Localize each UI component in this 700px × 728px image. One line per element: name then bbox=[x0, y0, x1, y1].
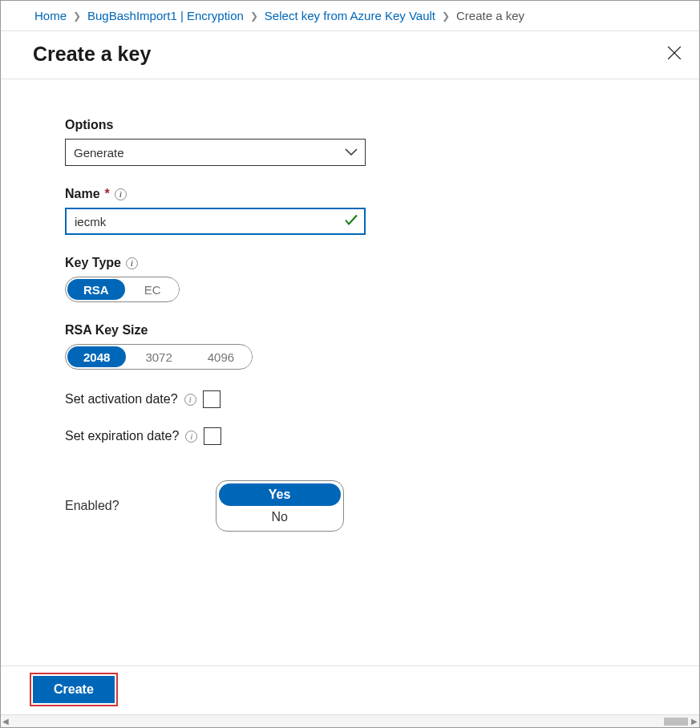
enabled-option-no[interactable]: No bbox=[219, 506, 341, 528]
keytype-option-ec[interactable]: EC bbox=[127, 279, 179, 300]
info-icon[interactable]: i bbox=[185, 431, 197, 443]
breadcrumb-select-key[interactable]: Select key from Azure Key Vault bbox=[265, 9, 435, 22]
info-icon[interactable]: i bbox=[184, 394, 196, 406]
keytype-field: Key Type i RSA EC bbox=[65, 256, 699, 302]
enabled-label: Enabled? bbox=[65, 499, 119, 513]
enabled-row: Enabled? Yes No bbox=[65, 480, 699, 532]
expiration-label: Set expiration date? bbox=[65, 429, 179, 443]
keytype-toggle: RSA EC bbox=[65, 277, 180, 302]
scroll-left-icon[interactable]: ◀ bbox=[2, 717, 9, 726]
options-label: Options bbox=[65, 118, 699, 132]
scroll-right-icon[interactable]: ▶ bbox=[691, 717, 698, 726]
chevron-right-icon: ❯ bbox=[442, 10, 450, 22]
footer: Create bbox=[1, 665, 699, 714]
info-icon[interactable]: i bbox=[115, 188, 127, 200]
breadcrumb: Home ❯ BugBashImport1 | Encryption ❯ Sel… bbox=[1, 1, 699, 31]
activation-checkbox[interactable] bbox=[203, 390, 221, 408]
checkmark-icon bbox=[345, 215, 358, 229]
keysize-toggle: 2048 3072 4096 bbox=[65, 344, 253, 370]
form-content: Options Generate Name * i Key Type i bbox=[1, 79, 699, 665]
name-input[interactable] bbox=[65, 208, 366, 235]
close-icon bbox=[667, 46, 682, 60]
keysize-option-3072[interactable]: 3072 bbox=[127, 346, 189, 367]
required-asterisk: * bbox=[105, 187, 110, 201]
horizontal-scrollbar[interactable]: ◀ ▶ bbox=[1, 714, 699, 727]
create-button[interactable]: Create bbox=[33, 676, 115, 703]
info-icon[interactable]: i bbox=[126, 257, 138, 269]
activation-row: Set activation date? i bbox=[65, 390, 699, 408]
expiration-checkbox[interactable] bbox=[204, 427, 221, 445]
keysize-label: RSA Key Size bbox=[65, 323, 699, 338]
options-field: Options Generate bbox=[65, 118, 699, 166]
name-label: Name bbox=[65, 187, 100, 201]
enabled-toggle: Yes No bbox=[216, 480, 344, 532]
chevron-right-icon: ❯ bbox=[73, 10, 81, 22]
close-button[interactable] bbox=[667, 46, 682, 63]
page-title: Create a key bbox=[33, 42, 151, 66]
breadcrumb-encryption[interactable]: BugBashImport1 | Encryption bbox=[87, 9, 244, 22]
keytype-label: Key Type bbox=[65, 256, 121, 270]
keytype-option-rsa[interactable]: RSA bbox=[67, 279, 125, 300]
chevron-right-icon: ❯ bbox=[250, 10, 258, 22]
activation-label: Set activation date? bbox=[65, 392, 178, 406]
keysize-field: RSA Key Size 2048 3072 4096 bbox=[65, 323, 699, 370]
breadcrumb-current: Create a key bbox=[456, 9, 524, 22]
breadcrumb-home[interactable]: Home bbox=[34, 9, 67, 22]
keysize-option-4096[interactable]: 4096 bbox=[190, 346, 252, 367]
options-select[interactable]: Generate bbox=[65, 139, 366, 166]
enabled-option-yes[interactable]: Yes bbox=[219, 483, 341, 506]
expiration-row: Set expiration date? i bbox=[65, 427, 699, 445]
scrollbar-thumb[interactable] bbox=[664, 718, 688, 726]
name-field: Name * i bbox=[65, 187, 699, 235]
options-selected-value: Generate bbox=[74, 146, 124, 160]
keysize-option-2048[interactable]: 2048 bbox=[67, 346, 126, 367]
